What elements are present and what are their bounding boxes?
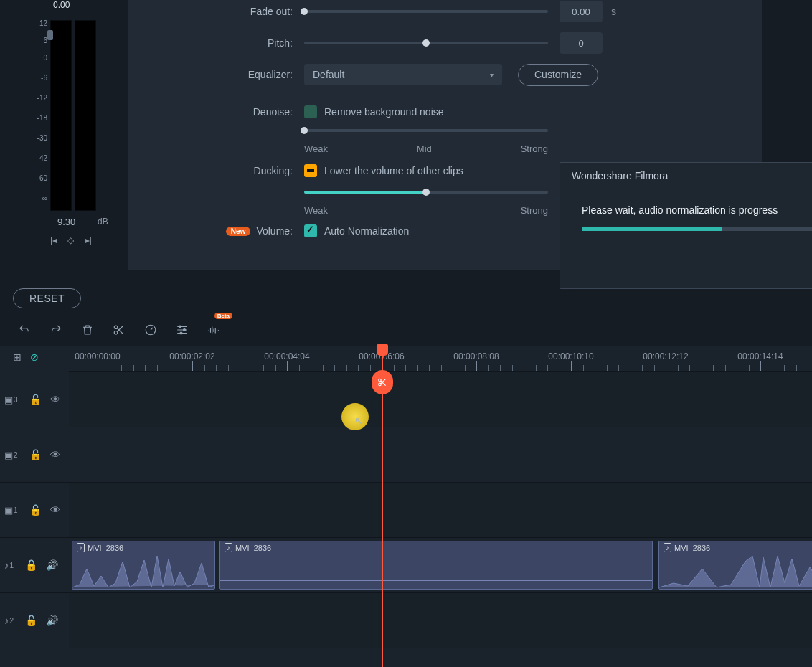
playhead-split-button[interactable] <box>372 370 393 394</box>
pitch-slider[interactable] <box>304 42 548 44</box>
reset-button[interactable]: RESET <box>13 288 81 308</box>
meter-scale-tick: -∞ <box>29 195 47 215</box>
lock-icon[interactable]: 🔓 <box>29 449 42 460</box>
waveform-icon <box>72 554 215 589</box>
meter-transport: |◂ ◇ ▸| <box>46 235 96 245</box>
chevron-down-icon: ▾ <box>490 71 494 79</box>
equalizer-selected-value: Default <box>313 69 344 80</box>
eye-icon[interactable]: 👁 <box>50 449 60 460</box>
denoise-mid-label: Mid <box>417 143 432 154</box>
video-track-icon: ▣1 <box>4 505 18 516</box>
denoise-slider-row: Weak Mid Strong <box>128 119 762 142</box>
video-track-icon: ▣2 <box>4 450 18 460</box>
track-audio-1[interactable]: ♪MVI_2836 ♪MVI_2836 ♪MVI_2836 <box>69 537 812 592</box>
lock-icon[interactable]: 🔓 <box>25 559 37 571</box>
audio-clip[interactable]: ♪MVI_2836 <box>658 541 812 590</box>
track-video-1[interactable] <box>69 482 812 537</box>
denoise-checkbox-label: Remove background noise <box>324 106 444 118</box>
speed-icon[interactable] <box>139 318 162 341</box>
pitch-row: Pitch: 0 <box>128 32 762 55</box>
ducking-checkbox[interactable] <box>304 164 317 177</box>
next-keyframe-icon[interactable]: ▸| <box>85 235 92 245</box>
adjust-icon[interactable] <box>171 318 194 341</box>
prev-keyframe-icon[interactable]: |◂ <box>50 235 57 245</box>
ruler-timecode: 00:00:14:14 <box>737 351 783 361</box>
auto-normalization-checkbox[interactable] <box>304 224 317 237</box>
fade-out-value-input[interactable]: 0.00 <box>560 1 603 22</box>
track-head-video-3: ▣3 🔓 👁 <box>0 372 69 427</box>
equalizer-customize-button[interactable]: Customize <box>518 64 598 86</box>
timeline-ruler[interactable]: 00:00:00:0000:00:02:0200:00:04:0400:00:0… <box>69 346 812 372</box>
meter-scale-tick: 0 <box>29 55 47 75</box>
denoise-weak-label: Weak <box>304 143 328 154</box>
eye-icon[interactable]: 👁 <box>50 394 60 405</box>
lock-icon[interactable]: 🔓 <box>29 504 42 516</box>
auto-normalization-label: Auto Normalization <box>324 225 409 237</box>
timeline-tracks-area[interactable]: ♪MVI_2836 ♪MVI_2836 ♪MVI_2836 <box>69 372 812 667</box>
meter-fader-handle[interactable] <box>47 30 53 40</box>
music-note-icon: ♪ <box>664 543 671 552</box>
meter-scale-tick: -18 <box>29 115 47 135</box>
meter-scale-tick: 12 <box>29 20 47 37</box>
delete-icon[interactable] <box>76 318 99 341</box>
denoise-slider[interactable]: Weak Mid Strong <box>304 129 548 132</box>
pitch-value-input[interactable]: 0 <box>560 32 603 54</box>
undo-icon[interactable] <box>13 318 36 341</box>
track-audio-2[interactable] <box>69 592 812 648</box>
eye-icon[interactable]: 👁 <box>50 504 60 516</box>
meter-db-unit: dB <box>98 217 108 227</box>
playhead[interactable] <box>382 346 383 667</box>
lock-icon[interactable]: 🔓 <box>29 394 42 405</box>
lock-icon[interactable]: 🔓 <box>25 615 37 626</box>
playhead-handle[interactable] <box>377 344 388 356</box>
meter-bar-right <box>75 20 96 211</box>
track-head-video-2: ▣2 🔓 👁 <box>0 427 69 482</box>
clip-name: MVI_2836 <box>88 544 123 552</box>
magnet-icon[interactable]: ⊘ <box>26 351 43 363</box>
pitch-label: Pitch: <box>128 37 304 49</box>
beta-badge: Beta <box>214 313 232 319</box>
ruler-timecode: 00:00:08:08 <box>453 351 499 361</box>
audio-track-icon: ♪2 <box>4 615 14 626</box>
equalizer-select[interactable]: Default ▾ <box>304 64 502 85</box>
audio-clip[interactable]: ♪MVI_2836 <box>72 541 215 590</box>
dialog-message: Please wait, audio normalization is prog… <box>560 189 812 227</box>
ruler-timecode: 00:00:02:02 <box>169 351 214 361</box>
timeline: ⊞ ⊘ ▣3 🔓 👁 ▣2 🔓 👁 ▣1 🔓 👁 ♪1 🔓 🔊 <box>0 346 812 667</box>
pointer-icon: ↖ <box>354 415 364 427</box>
svg-point-5 <box>180 332 182 334</box>
split-scissors-icon[interactable] <box>108 318 131 341</box>
fade-out-unit: s <box>611 6 616 17</box>
add-track-icon[interactable]: ⊞ <box>9 351 26 363</box>
meter-scale-tick: -30 <box>29 135 47 155</box>
equalizer-row: Equalizer: Default ▾ Customize <box>128 63 762 86</box>
meter-scale-tick: -6 <box>29 75 47 95</box>
timeline-toolbar: Beta <box>13 318 234 341</box>
denoise-checkbox[interactable] <box>304 105 317 118</box>
track-video-3[interactable] <box>69 372 812 427</box>
meter-scale-tick: 6 <box>29 37 47 55</box>
track-video-2[interactable] <box>69 427 812 482</box>
clip-name: MVI_2836 <box>674 544 710 552</box>
svg-point-3 <box>179 326 181 328</box>
music-note-icon: ♪ <box>225 543 232 552</box>
keyframe-icon[interactable]: ◇ <box>67 235 74 245</box>
audio-enhance-icon[interactable]: Beta <box>202 318 225 341</box>
meter-peak-value: 0.00 <box>53 0 70 10</box>
meter-gain-value: 9.30 <box>57 217 75 227</box>
ruler-timecode: 00:00:10:10 <box>548 351 593 361</box>
audio-clip[interactable]: ♪MVI_2836 <box>219 541 653 590</box>
fade-out-slider[interactable] <box>304 10 548 13</box>
speaker-icon[interactable]: 🔊 <box>46 615 58 626</box>
scissors-icon <box>377 377 387 387</box>
redo-icon[interactable] <box>44 318 67 341</box>
speaker-icon[interactable]: 🔊 <box>46 559 58 571</box>
ducking-slider[interactable]: Weak Strong <box>304 191 548 194</box>
timeline-body[interactable]: 00:00:00:0000:00:02:0200:00:04:0400:00:0… <box>69 346 812 667</box>
meter-scale: 12 6 0 -6 -12 -18 -30 -42 -60 -∞ <box>29 20 47 215</box>
video-track-icon: ▣3 <box>4 394 18 405</box>
track-head-audio-1: ♪1 🔓 🔊 <box>0 537 69 592</box>
fade-out-row: Fade out: 0.00 s <box>128 0 762 23</box>
ruler-timecode: 00:00:00:00 <box>75 351 120 361</box>
ducking-strong-label: Strong <box>521 205 548 216</box>
